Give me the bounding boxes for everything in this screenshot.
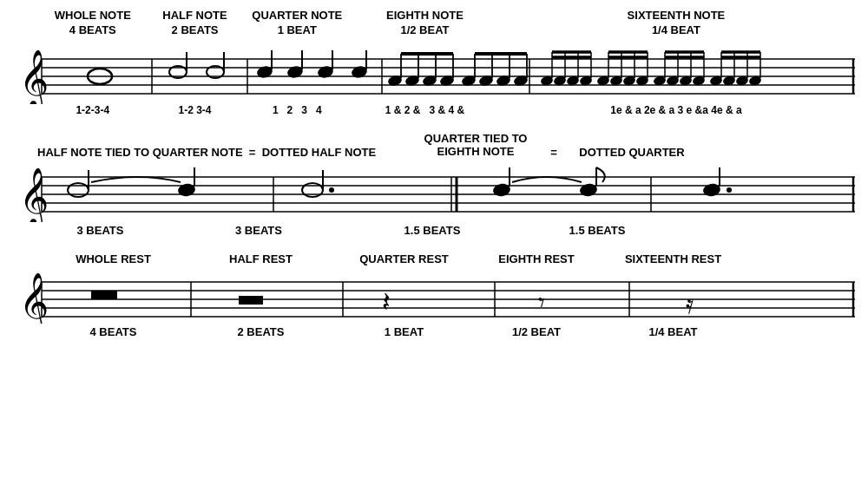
beats-15-left: 1.5 BEATS bbox=[354, 224, 510, 237]
count-quarter: 1 2 3 4 bbox=[242, 104, 353, 116]
rest-2beats: 2 BEATS bbox=[189, 325, 332, 338]
section-rests: WHOLE REST HALF REST QUARTER REST EIGHTH… bbox=[13, 252, 855, 338]
rest-half-beat: 1/2 BEAT bbox=[476, 325, 597, 338]
count-whole: 1-2-3-4 bbox=[37, 104, 148, 116]
tie-quarter-label: QUARTER TIED TOEIGHTH NOTE bbox=[411, 132, 541, 159]
svg-point-102 bbox=[492, 182, 511, 197]
rest-quarter-beat: 1/4 BEAT bbox=[597, 325, 749, 338]
count-sixteenth: 1e & a 2e & a 3 e &a 4e & a bbox=[497, 104, 855, 116]
beats-3-left: 3 BEATS bbox=[37, 224, 163, 237]
whole-note-label: WHOLE NOTE4 BEATS bbox=[37, 9, 148, 38]
eighth-note-label: EIGHTH NOTE1/2 BEAT bbox=[352, 9, 497, 38]
beats-3-right: 3 BEATS bbox=[163, 224, 354, 237]
half-note-label: HALF NOTE2 BEATS bbox=[148, 9, 242, 38]
tie-half-label: HALF NOTE TIED TO QUARTER NOTE = DOTTED … bbox=[37, 146, 411, 159]
beats-15-right: 1.5 BEATS bbox=[510, 224, 684, 237]
sixteenth-rest-label: SIXTEENTH REST bbox=[597, 252, 749, 265]
svg-rect-122 bbox=[239, 296, 263, 305]
staff-section1: 𝄞 bbox=[17, 43, 859, 104]
quarter-rest-label: QUARTER REST bbox=[332, 252, 476, 265]
eighth-rest-label: EIGHTH REST bbox=[476, 252, 597, 265]
tie-dotted-quarter-label: DOTTED QUARTER bbox=[567, 146, 697, 159]
count-eighth: 1 & 2 & 3 & 4 & bbox=[352, 104, 497, 116]
section-note-types: WHOLE NOTE4 BEATS HALF NOTE2 BEATS QUART… bbox=[13, 9, 855, 116]
svg-point-104 bbox=[579, 182, 598, 197]
whole-rest-label: WHOLE REST bbox=[37, 252, 189, 265]
svg-text:𝄿: 𝄿 bbox=[686, 299, 694, 314]
sixteenth-note-label: SIXTEENTH NOTE1/4 BEAT bbox=[497, 9, 855, 38]
svg-point-108 bbox=[727, 187, 732, 193]
svg-text:𝄞: 𝄞 bbox=[19, 272, 49, 324]
quarter-note-label: QUARTER NOTE1 BEAT bbox=[242, 9, 353, 38]
rest-4beats: 4 BEATS bbox=[37, 325, 189, 338]
staff-section3: 𝄞 𝄽 𝄾 𝄿 bbox=[17, 270, 859, 324]
svg-point-106 bbox=[702, 182, 721, 197]
svg-rect-121 bbox=[91, 291, 117, 299]
rest-1beat: 1 BEAT bbox=[332, 325, 476, 338]
svg-point-101 bbox=[329, 187, 334, 193]
svg-point-97 bbox=[177, 182, 196, 197]
tie-equals: = bbox=[541, 146, 567, 159]
half-rest-label: HALF REST bbox=[189, 252, 332, 265]
staff-section2: 𝄞 bbox=[17, 163, 859, 222]
count-half: 1-2 3-4 bbox=[148, 104, 242, 116]
section-ties: HALF NOTE TIED TO QUARTER NOTE = DOTTED … bbox=[13, 132, 855, 237]
